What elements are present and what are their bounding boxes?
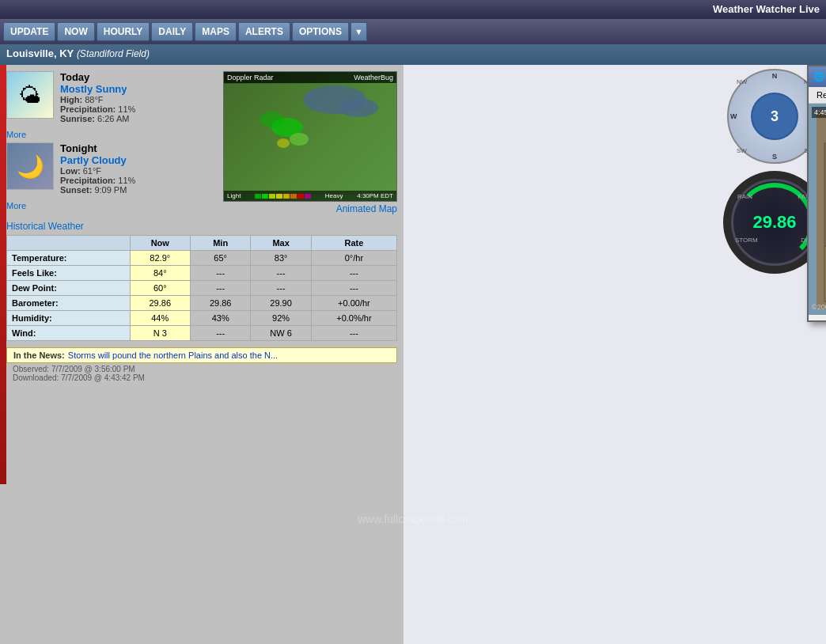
observed-line1: Observed: 7/7/2009 @ 3:56:00 PM	[13, 365, 391, 373]
baro-labels: RAIN FAIR STORM DRY	[733, 181, 816, 263]
radar-time: 4:30PM EDT	[357, 192, 393, 199]
tonight-info: Tonight Partly Cloudy Low: 61°F Precipit…	[60, 142, 210, 195]
row-min: 65°	[190, 251, 250, 266]
col-header-now: Now	[130, 236, 190, 251]
weather-table-container: Historical Weather Now Min Max Rate	[6, 221, 397, 341]
watermark: www.fullcrackindil.com	[358, 513, 468, 525]
historical-weather-link[interactable]: Historical Weather	[6, 221, 84, 232]
map-refresh-btn[interactable]: Refresh	[813, 89, 826, 101]
row-label: Feels Like:	[7, 266, 131, 281]
radar-footer-left: Light	[227, 192, 241, 199]
row-rate: 0°/hr	[311, 251, 396, 266]
btn-hourly[interactable]: HOURLY	[97, 22, 150, 41]
content-area: 🌤 Today Mostly Sunny High: 88°F Precipit…	[0, 65, 404, 644]
baro-rain-label: RAIN	[737, 193, 752, 200]
compass-nw: NW	[737, 78, 747, 85]
tonight-period: Tonight	[60, 142, 210, 154]
row-now: 82.9°	[130, 251, 190, 266]
row-min: ---	[190, 281, 250, 296]
compass-s: S	[772, 153, 777, 161]
col-header-min: Min	[190, 236, 250, 251]
row-min: 29.86	[190, 296, 250, 311]
row-rate: +0.00/hr	[311, 296, 396, 311]
map-viewer-titlebar: 🌐 Map Viewer - Weather Watcher Live _ □ …	[809, 66, 826, 87]
svg-point-6	[260, 112, 283, 127]
row-now: 44%	[130, 311, 190, 326]
toolbar-dropdown[interactable]: ▼	[350, 22, 367, 41]
title-bar: Weather Watcher Live	[0, 0, 826, 19]
tonight-precip: Precipitation: 11%	[60, 176, 210, 185]
btn-alerts[interactable]: ALERTS	[238, 22, 290, 41]
news-label: In the News:	[13, 350, 65, 360]
compass-w: W	[730, 112, 737, 120]
row-max: ---	[251, 281, 311, 296]
row-rate: ---	[311, 281, 396, 296]
map-viewer-content: Chicago Gary South Bend Toledo Windsor F…	[809, 104, 826, 315]
left-red-bar	[0, 65, 6, 484]
news-link[interactable]: Storms will pound the northern Plains an…	[68, 350, 278, 360]
right-main: N S E W NE NW SE SW 3	[404, 65, 826, 644]
map-viewer-window: 🌐 Map Viewer - Weather Watcher Live _ □ …	[807, 65, 826, 322]
animated-map-anchor[interactable]: Animated Map	[336, 203, 397, 214]
app-wrapper: Weather Watcher Live UPDATE NOW HOURLY D…	[0, 0, 826, 644]
row-label: Humidity:	[7, 311, 131, 326]
tonight-card: 🌙 Tonight Partly Cloudy Low: 61°F Precip…	[6, 142, 210, 195]
row-now: 84°	[130, 266, 190, 281]
svg-text:©2009 AccuWeather.com: ©2009 AccuWeather.com	[812, 303, 826, 311]
table-row: Feels Like: 84° --- --- ---	[7, 266, 397, 281]
row-max: 83°	[251, 251, 311, 266]
svg-point-2	[339, 98, 378, 117]
row-max: 92%	[251, 311, 311, 326]
btn-update[interactable]: UPDATE	[3, 22, 55, 41]
tonight-icon: 🌙	[6, 142, 54, 190]
row-label: Dew Point:	[7, 281, 131, 296]
col-header-max: Max	[251, 236, 311, 251]
location-station: (Standiford Field)	[77, 48, 150, 59]
animated-map-link: Animated Map	[336, 203, 397, 214]
radar-colorbar	[255, 194, 311, 199]
news-ticker: In the News: Storms will pound the north…	[6, 347, 397, 363]
today-icon: 🌤	[6, 71, 54, 119]
location-city: Louisville, KY	[6, 47, 74, 59]
radar-container: Doppler Radar WeatherBug	[223, 71, 397, 202]
map-globe-icon: 🌐	[813, 71, 825, 82]
row-max: 29.90	[251, 296, 311, 311]
location-bar: Louisville, KY (Standiford Field)	[0, 44, 826, 65]
radar-bg: Doppler Radar WeatherBug	[224, 72, 396, 201]
map-viewer-toolbar: Refresh Print	[809, 87, 826, 104]
row-min: ---	[190, 326, 250, 341]
table-row: Barometer: 29.86 29.86 29.90 +0.00/hr	[7, 296, 397, 311]
table-row: Temperature: 82.9° 65° 83° 0°/hr	[7, 251, 397, 266]
btn-maps[interactable]: MAPS	[195, 22, 237, 41]
row-rate: ---	[311, 326, 396, 341]
svg-point-4	[290, 133, 309, 146]
btn-options[interactable]: OPTIONS	[292, 22, 349, 41]
today-precip: Precipitation: 11%	[60, 104, 210, 114]
tonight-condition: Partly Cloudy	[60, 154, 210, 166]
toolbar: UPDATE NOW HOURLY DAILY MAPS ALERTS OPTI…	[0, 19, 826, 44]
table-row: Humidity: 44% 43% 92% +0.0%/hr	[7, 311, 397, 326]
row-max: NW 6	[251, 326, 311, 341]
row-max: ---	[251, 266, 311, 281]
table-row: Wind: N 3 --- NW 6 ---	[7, 326, 397, 341]
today-more-link[interactable]: More	[6, 130, 210, 139]
today-period: Today	[60, 71, 210, 83]
svg-point-5	[277, 138, 290, 148]
row-rate: ---	[311, 266, 396, 281]
compass-sw: SW	[737, 147, 747, 154]
row-now: N 3	[130, 326, 190, 341]
map-viewer-titlebar-left: 🌐 Map Viewer - Weather Watcher Live	[813, 71, 826, 82]
map-svg: Chicago Gary South Bend Toledo Windsor F…	[809, 104, 826, 315]
today-high: High: 88°F	[60, 95, 210, 104]
top-section: 🌤 Today Mostly Sunny High: 88°F Precipit…	[6, 71, 397, 214]
baro-storm-label: STORM	[735, 237, 758, 244]
row-label: Barometer:	[7, 296, 131, 311]
today-sunrise: Sunrise: 6:26 AM	[60, 114, 210, 123]
today-card: 🌤 Today Mostly Sunny High: 88°F Precipit…	[6, 71, 210, 123]
btn-now[interactable]: NOW	[57, 22, 94, 41]
left-main: 🌤 Today Mostly Sunny High: 88°F Precipit…	[0, 65, 404, 644]
row-now: 29.86	[130, 296, 190, 311]
btn-daily[interactable]: DAILY	[151, 22, 193, 41]
observed-line2: Downloaded: 7/7/2009 @ 4:43:42 PM	[13, 373, 391, 382]
tonight-more-link[interactable]: More	[6, 201, 210, 210]
